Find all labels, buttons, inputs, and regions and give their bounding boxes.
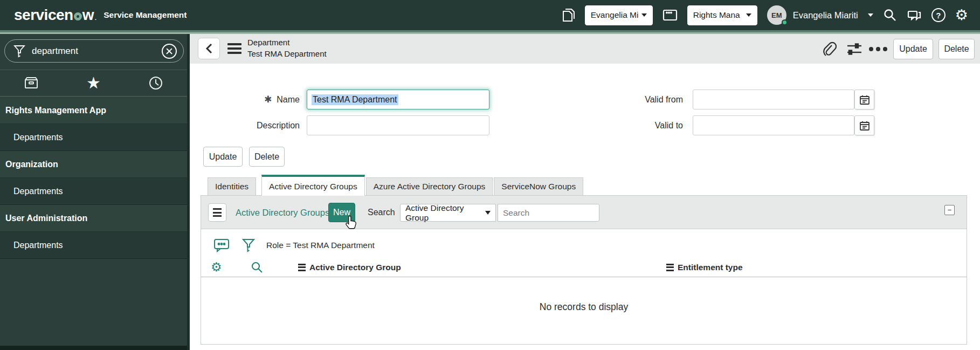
tab-azure-active-directory-groups[interactable]: Azure Active Directory Groups: [366, 177, 493, 196]
delete-button-header[interactable]: Delete: [938, 39, 975, 59]
tab-identities[interactable]: Identities: [208, 177, 256, 196]
clear-filter-icon[interactable]: [162, 44, 177, 59]
user-menu[interactable]: Evangelia Miariti: [793, 10, 858, 20]
valid-from-input[interactable]: [693, 90, 854, 109]
application-window-icon[interactable]: [662, 9, 678, 22]
all-apps-box-icon: [22, 75, 40, 91]
tab-history[interactable]: [125, 70, 187, 96]
navigator-tabs: ★: [0, 70, 187, 97]
favorites-star-icon: ★: [86, 75, 101, 91]
gear-icon[interactable]: ⚙: [955, 8, 968, 23]
column-header-entitlement-type[interactable]: Entitlement type: [666, 257, 743, 277]
delete-button-form[interactable]: Delete: [249, 147, 285, 167]
topbar-right: Evangelia Mi Rights Mana EM Evangelia Mi…: [561, 0, 980, 30]
empty-list-message: No records to display: [201, 301, 967, 313]
header-accent-band: [0, 30, 980, 34]
logo-text: servicen: [14, 6, 73, 24]
search-icon: [251, 261, 264, 274]
back-chevron-icon: [205, 43, 213, 54]
nav-section-rights-management-app[interactable]: Rights Management App: [0, 97, 187, 124]
attachment-button[interactable]: [822, 34, 837, 64]
logo-text-end: w: [82, 6, 94, 24]
nav-item-departments-org[interactable]: Departments: [0, 178, 187, 205]
search-label: Search: [368, 196, 395, 229]
funnel-icon: [13, 44, 25, 58]
record-type: Department: [247, 37, 327, 48]
hand-pointer-cursor: [345, 215, 357, 231]
record-view: Department Test RMA Department Update De…: [190, 34, 980, 350]
paperclip-icon: [822, 41, 837, 57]
related-list-panel: Active Directory Groups New Search Activ…: [201, 195, 967, 345]
select-caret-icon: [485, 211, 491, 217]
user-avatar[interactable]: EM: [767, 5, 786, 25]
collapse-list-icon[interactable]: −: [944, 205, 955, 215]
search-column-value: Active Directory Group: [405, 203, 485, 223]
global-search-icon[interactable]: [883, 8, 897, 22]
list-menu-button[interactable]: [208, 203, 226, 222]
column-menu-icon: [666, 264, 674, 271]
gear-icon: ⚙: [211, 261, 222, 273]
presence-dot: [782, 19, 788, 25]
tab-servicenow-groups[interactable]: ServiceNow Groups: [494, 177, 583, 196]
column-header-active-directory-group[interactable]: Active Directory Group: [298, 257, 401, 277]
nav-item-departments-rma[interactable]: Departments: [0, 124, 187, 151]
navigator-filter[interactable]: department: [4, 39, 184, 63]
name-label: ✱ Name: [222, 90, 300, 109]
sliders-icon: [846, 41, 862, 57]
list-column-header-row: ⚙ Active Directory Group Entitlement typ…: [201, 257, 967, 277]
nav-section-user-administration[interactable]: User Administration: [0, 205, 187, 232]
related-list-header: Active Directory Groups New Search Activ…: [201, 196, 967, 229]
calendar-icon: [859, 120, 870, 131]
related-list-title: Active Directory Groups: [236, 196, 329, 229]
calendar-icon: [859, 94, 870, 105]
context-menu-icon[interactable]: [227, 43, 241, 54]
search-column-select[interactable]: Active Directory Group: [400, 204, 496, 222]
pages-icon[interactable]: [561, 8, 575, 23]
chat-icon[interactable]: [907, 8, 922, 22]
name-input[interactable]: Test RMA Department: [307, 90, 489, 109]
tab-favorites[interactable]: ★: [63, 70, 125, 96]
more-actions-button[interactable]: [869, 34, 887, 64]
filter-button[interactable]: [242, 235, 255, 256]
description-input[interactable]: [307, 115, 489, 135]
list-personalize-button[interactable]: ⚙: [211, 257, 222, 277]
update-button-header[interactable]: Update: [893, 39, 933, 59]
name-value-selected: Test RMA Department: [312, 94, 398, 105]
application-picker[interactable]: Rights Mana: [687, 5, 757, 25]
comment-button[interactable]: [213, 235, 230, 256]
servicenow-logo[interactable]: servicenw.: [14, 6, 96, 24]
record-header-bar: Department Test RMA Department Update De…: [190, 34, 980, 64]
nav-section-organization[interactable]: Organization: [0, 151, 187, 178]
related-list-tabs: Identities Active Directory Groups Azure…: [208, 175, 583, 196]
update-set-picker[interactable]: Evangelia Mi: [585, 5, 653, 25]
list-menu-icon: [213, 208, 222, 210]
user-caret-icon[interactable]: [868, 13, 873, 19]
back-button[interactable]: [198, 38, 220, 59]
list-search-input[interactable]: [498, 204, 599, 222]
tab-active-directory-groups[interactable]: Active Directory Groups: [261, 175, 365, 196]
history-clock-icon: [148, 75, 164, 91]
comment-icon: [213, 238, 230, 253]
list-search-toggle[interactable]: [251, 257, 264, 277]
update-button-form[interactable]: Update: [203, 147, 243, 167]
tab-all-applications[interactable]: [0, 70, 63, 96]
valid-to-input[interactable]: [693, 115, 854, 135]
valid-to-calendar-button[interactable]: [854, 115, 874, 135]
record-title: Test RMA Department: [247, 48, 327, 59]
valid-from-calendar-button[interactable]: [854, 90, 874, 109]
filter-funnel-icon: [242, 238, 255, 253]
valid-to-label: Valid to: [575, 115, 683, 135]
filter-condition[interactable]: Role = Test RMA Department: [266, 235, 375, 256]
application-value: Rights Mana: [693, 10, 740, 20]
application-navigator: department ★ Rights Management App: [0, 34, 190, 350]
navigator-filter-value: department: [32, 46, 162, 57]
nav-item-departments-user[interactable]: Departments: [0, 232, 187, 259]
navigator-menu: Rights Management App Departments Organi…: [0, 97, 187, 259]
logo-o-ring-icon: [74, 12, 82, 20]
personalize-form-button[interactable]: [846, 34, 862, 64]
sidebar-footer-strip: [0, 346, 187, 350]
column-menu-icon: [298, 264, 306, 271]
description-label: Description: [222, 115, 300, 135]
list-filter-row: Role = Test RMA Department: [201, 235, 967, 256]
help-icon[interactable]: ?: [931, 8, 946, 22]
